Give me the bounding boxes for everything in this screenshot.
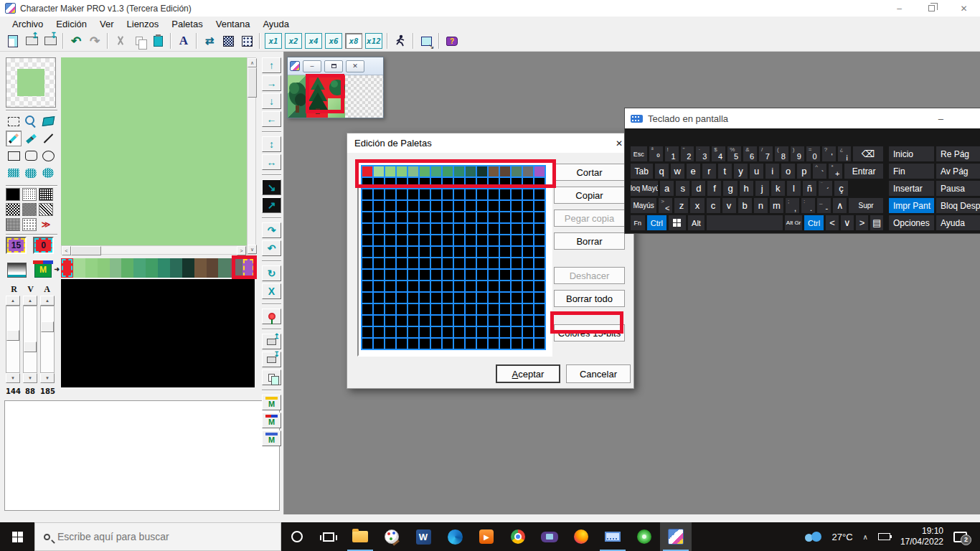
taskbar-word[interactable]: W — [407, 522, 439, 551]
key-r[interactable]: r — [702, 164, 716, 179]
key-5[interactable]: %5 — [727, 146, 741, 161]
palette-cell-0-13[interactable] — [512, 166, 522, 176]
pat-grid[interactable] — [39, 188, 53, 201]
palette-cell-11-3[interactable] — [397, 293, 407, 303]
palette-cell-15-12[interactable] — [500, 339, 510, 349]
palette-cell-15-6[interactable] — [431, 339, 441, 349]
palette-cell-3-12[interactable] — [500, 201, 510, 211]
rotate-180-button[interactable]: ↻ — [262, 265, 281, 281]
palette-cell-1-9[interactable] — [466, 178, 476, 188]
palette-cell-13-11[interactable] — [489, 316, 499, 326]
palette-cell-4-15[interactable] — [534, 212, 545, 222]
palette-cell-5-6[interactable] — [431, 224, 441, 234]
palette-cell-4-11[interactable] — [489, 212, 499, 222]
restore-button[interactable] — [915, 0, 948, 17]
palette-cell-10-11[interactable] — [489, 281, 499, 291]
line-tool[interactable] — [40, 131, 56, 146]
slider-thumb[interactable] — [24, 342, 37, 352]
key-o[interactable]: o — [781, 164, 795, 179]
key-h[interactable]: h — [740, 181, 753, 196]
slider-v[interactable]: ▲▼ — [23, 296, 37, 383]
strip-color-9[interactable] — [170, 258, 182, 278]
key-ç[interactable]: ç — [834, 181, 848, 196]
export-button[interactable] — [41, 32, 60, 50]
zoom-x8-button[interactable]: x8 — [345, 33, 362, 49]
palette-cell-5-10[interactable] — [477, 224, 487, 234]
key-Entrar[interactable]: Entrar — [844, 164, 882, 179]
dialog-button-borrar-todo[interactable]: Borrar todo — [554, 290, 625, 307]
palette-cell-9-1[interactable] — [374, 270, 384, 280]
palette-cell-9-3[interactable] — [397, 270, 407, 280]
palette-cell-5-7[interactable] — [443, 224, 453, 234]
palette-cell-2-13[interactable] — [512, 189, 522, 199]
key-fin[interactable]: Fin — [889, 164, 934, 179]
palette-cell-10-13[interactable] — [512, 281, 522, 291]
cortana-button[interactable] — [281, 522, 313, 551]
palette-cell-3-6[interactable] — [431, 201, 441, 211]
key-Tab[interactable]: Tab — [631, 164, 653, 179]
palette-cell-7-8[interactable] — [454, 247, 464, 257]
key-t[interactable]: t — [718, 164, 732, 179]
palette-cell-1-2[interactable] — [385, 178, 395, 188]
palette-cell-14-0[interactable] — [362, 327, 372, 337]
key-q[interactable]: q — [655, 164, 669, 179]
dialog-button-colores-15-bits[interactable]: Colores 15-bits — [554, 324, 625, 342]
palette-cell-14-13[interactable] — [512, 327, 522, 337]
palette-cell-12-13[interactable] — [512, 304, 522, 314]
palette-cell-9-13[interactable] — [512, 270, 522, 280]
palette-cell-2-6[interactable] — [431, 189, 441, 199]
palette-cell-12-8[interactable] — [454, 304, 464, 314]
palette-cell-10-8[interactable] — [454, 281, 464, 291]
drawing-canvas[interactable] — [61, 57, 247, 245]
palette-cell-5-13[interactable] — [512, 224, 522, 234]
palette-cell-14-2[interactable] — [385, 327, 395, 337]
palette-cell-14-15[interactable] — [534, 327, 545, 337]
palette-cell-3-1[interactable] — [374, 201, 384, 211]
palette-cell-1-1[interactable] — [374, 178, 384, 188]
palette-cell-4-7[interactable] — [443, 212, 453, 222]
gradient-button[interactable] — [7, 263, 27, 278]
palette-cell-15-11[interactable] — [489, 339, 499, 349]
palette-cell-11-11[interactable] — [489, 293, 499, 303]
sprite-window-titlebar[interactable]: – ✕ — [288, 57, 383, 75]
palette-cell-13-2[interactable] — [385, 316, 395, 326]
brush-tool[interactable] — [23, 131, 39, 146]
key-z[interactable]: z — [674, 198, 688, 213]
key-6[interactable]: &6 — [743, 146, 757, 161]
move-diagonal-up-button[interactable]: ↗ — [262, 197, 281, 213]
key-opciones[interactable]: Opciones — [889, 215, 934, 230]
palette-cell-1-0[interactable] — [362, 178, 372, 188]
key-g[interactable]: g — [723, 181, 737, 196]
pat-arrow[interactable]: ≫ — [39, 218, 53, 231]
animate-button[interactable] — [391, 32, 410, 50]
key-2[interactable]: "2 — [681, 146, 694, 161]
palette-cell-2-10[interactable] — [477, 189, 487, 199]
slider-up-icon[interactable]: ▲ — [40, 296, 55, 306]
palette-cell-9-7[interactable] — [443, 270, 453, 280]
palette-cell-1-11[interactable] — [489, 178, 499, 188]
m-export-button[interactable]: M — [34, 262, 52, 278]
arrow-down-key[interactable]: ∨ — [841, 215, 854, 230]
palette-cell-10-2[interactable] — [385, 281, 395, 291]
palette-cell-1-7[interactable] — [443, 178, 453, 188]
taskbar-on-screen-keyboard[interactable] — [597, 522, 628, 551]
filled-roundrect-tool[interactable] — [23, 165, 39, 181]
palette-cell-15-2[interactable] — [385, 339, 395, 349]
palette-cell-8-13[interactable] — [512, 258, 522, 268]
palette-cell-0-14[interactable] — [523, 166, 533, 176]
palette-cell-11-0[interactable] — [362, 293, 372, 303]
undo-button[interactable]: ↶ — [67, 32, 85, 50]
palette-export-button[interactable] — [262, 352, 281, 367]
arrow-up-key[interactable]: ∧ — [833, 198, 847, 213]
palette-cell-8-1[interactable] — [374, 258, 384, 268]
palette-cell-3-2[interactable] — [385, 201, 395, 211]
palette-grid[interactable] — [361, 165, 546, 350]
key-9[interactable]: )9 — [791, 146, 804, 161]
key-av-pág[interactable]: Av Pág — [936, 164, 980, 179]
palette-cell-1-13[interactable] — [512, 178, 522, 188]
palette-cell-9-0[interactable] — [362, 270, 372, 280]
palette-cell-6-5[interactable] — [420, 235, 430, 245]
palette-cell-9-10[interactable] — [477, 270, 487, 280]
palette-cell-6-2[interactable] — [385, 235, 395, 245]
pat-diagonal[interactable] — [39, 203, 53, 216]
